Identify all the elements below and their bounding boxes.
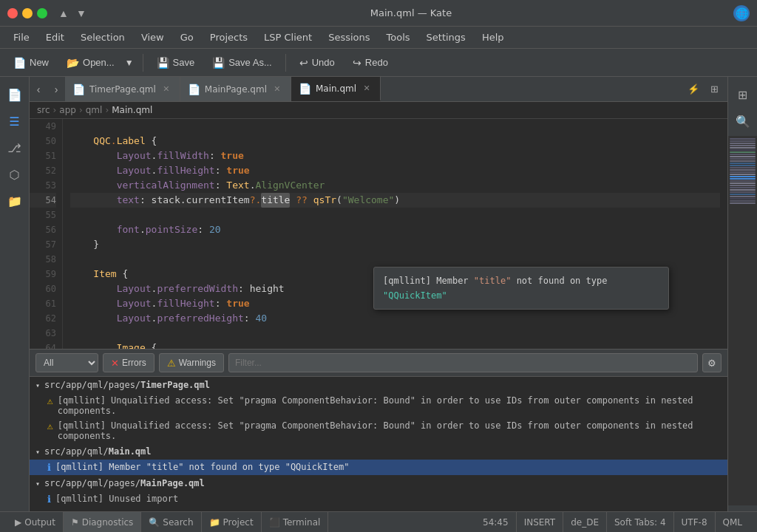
globe-icon: 🌐 bbox=[733, 5, 750, 21]
terminal-icon: ⬛ bbox=[269, 517, 280, 528]
breadcrumb-src[interactable]: src bbox=[37, 105, 50, 115]
diag-group-main[interactable]: ▾ src/app/qml/Main.qml bbox=[30, 443, 727, 460]
new-icon: 📄 bbox=[13, 57, 26, 69]
save-as-button[interactable]: 💾 Save As... bbox=[205, 54, 279, 72]
info-icon-2: ℹ bbox=[47, 494, 51, 505]
code-line-58 bbox=[70, 252, 720, 267]
save-as-icon: 💾 bbox=[212, 57, 225, 69]
right-sidebar: ⊞ 🔍 bbox=[727, 77, 757, 511]
diag-item-3[interactable]: ℹ [qmllint] Member "title" not found on … bbox=[30, 460, 727, 475]
output-tab[interactable]: ▶ Output bbox=[7, 512, 64, 532]
locale[interactable]: de_DE bbox=[563, 512, 607, 532]
tab-close-1[interactable]: ✕ bbox=[160, 83, 172, 95]
tab-timer-page[interactable]: 📄 TimerPage.qml ✕ bbox=[65, 77, 180, 101]
split-view-btn[interactable]: ⊞ bbox=[705, 81, 723, 98]
win-down-btn[interactable]: ▼ bbox=[74, 6, 89, 21]
diag-settings-button[interactable]: ⚙ bbox=[702, 353, 722, 372]
tab-bar: ‹ › 📄 TimerPage.qml ✕ 📄 MainPage.qml ✕ 📄… bbox=[30, 77, 727, 102]
diag-group-path-2: src/app/qml/Main.qml bbox=[44, 446, 152, 457]
filter-input[interactable] bbox=[228, 353, 698, 372]
menu-projects[interactable]: Projects bbox=[203, 30, 255, 45]
output-icon: ▶ bbox=[15, 517, 21, 528]
window-title: Main.qml — Kate bbox=[96, 7, 726, 18]
indent-settings[interactable]: Soft Tabs: 4 bbox=[607, 512, 674, 532]
sidebar-icon-file[interactable]: 📄 bbox=[3, 83, 27, 106]
undo-button[interactable]: ↩ Undo bbox=[292, 54, 342, 72]
search-tab[interactable]: 🔍 Search bbox=[141, 512, 201, 532]
warning-icon-1: ⚠ bbox=[47, 395, 53, 406]
errors-button[interactable]: ✕ Errors bbox=[103, 353, 155, 372]
menu-file[interactable]: File bbox=[6, 30, 37, 45]
sidebar-icon-plugin[interactable]: ⬡ bbox=[3, 163, 27, 186]
code-line-53: verticalAlignment: Text.AlignVCenter bbox=[70, 178, 720, 193]
right-sidebar-icon-1[interactable]: ⊞ bbox=[731, 83, 755, 106]
breadcrumb-app[interactable]: app bbox=[59, 105, 76, 115]
traffic-lights bbox=[7, 8, 47, 18]
right-sidebar-icon-2[interactable]: 🔍 bbox=[731, 109, 755, 133]
language-mode[interactable]: QML bbox=[716, 512, 750, 532]
save-button[interactable]: 💾 Save bbox=[149, 54, 203, 72]
menu-tools[interactable]: Tools bbox=[379, 30, 418, 45]
redo-button[interactable]: ↪ Redo bbox=[345, 54, 396, 72]
terminal-tab[interactable]: ⬛ Terminal bbox=[262, 512, 329, 532]
menu-sessions[interactable]: Sessions bbox=[321, 30, 377, 45]
sidebar-icon-list[interactable]: ☰ bbox=[3, 109, 27, 133]
quick-open-btn[interactable]: ⚡ bbox=[685, 81, 702, 98]
menu-selection[interactable]: Selection bbox=[73, 30, 132, 45]
diag-group-mainpage[interactable]: ▾ src/app/qml/pages/MainPage.qml bbox=[30, 475, 727, 491]
undo-icon: ↩ bbox=[299, 57, 308, 69]
left-sidebar: 📄 ☰ ⎇ ⬡ 📁 bbox=[0, 77, 30, 511]
menu-lsp[interactable]: LSP Client bbox=[257, 30, 319, 45]
code-area[interactable]: QQC.Label { Layout.fillWidth: true Layou… bbox=[63, 119, 727, 349]
breadcrumb-qml[interactable]: qml bbox=[86, 105, 103, 115]
diagnostics-tab[interactable]: ⚑ Diagnostics bbox=[64, 512, 141, 532]
tab-nav-right[interactable]: › bbox=[47, 77, 65, 101]
menu-view[interactable]: View bbox=[134, 30, 172, 45]
minimize-button[interactable] bbox=[22, 8, 33, 18]
separator-2 bbox=[285, 54, 286, 72]
editor[interactable]: 49 50 51 52 53 54 55 56 57 58 59 60 61 6… bbox=[30, 119, 727, 349]
separator-1 bbox=[143, 54, 143, 72]
code-line-55 bbox=[70, 208, 720, 222]
filter-select[interactable]: All Errors Warnings bbox=[35, 353, 98, 372]
maximize-button[interactable] bbox=[37, 8, 47, 18]
tab-nav-left[interactable]: ‹ bbox=[30, 77, 47, 101]
tab-close-2[interactable]: ✕ bbox=[271, 83, 283, 95]
menu-edit[interactable]: Edit bbox=[38, 30, 72, 45]
cursor-position[interactable]: 54:45 bbox=[475, 512, 517, 532]
diagnostic-list: ▾ src/app/qml/pages/TimerPage.qml ⚠ [qml… bbox=[30, 377, 727, 511]
sidebar-icon-git[interactable]: ⎇ bbox=[3, 136, 27, 160]
tab-file-icon-3: 📄 bbox=[299, 83, 311, 95]
sidebar-icon-folder[interactable]: 📁 bbox=[3, 189, 27, 213]
code-line-50: QQC.Label { bbox=[70, 134, 720, 149]
warnings-button[interactable]: ⚠ Warnings bbox=[159, 353, 224, 372]
project-tab[interactable]: 📁 Project bbox=[202, 512, 262, 532]
diag-group-path-1: src/app/qml/pages/TimerPage.qml bbox=[44, 380, 210, 390]
menu-go[interactable]: Go bbox=[173, 30, 201, 45]
edit-mode[interactable]: INSERT bbox=[517, 512, 564, 532]
open-button-group: 📂 Open... ▼ bbox=[59, 54, 137, 72]
new-button[interactable]: 📄 New bbox=[6, 54, 56, 72]
tab-main-qml[interactable]: 📄 Main.qml ✕ bbox=[291, 77, 381, 101]
search-icon: 🔍 bbox=[149, 517, 160, 528]
line-numbers: 49 50 51 52 53 54 55 56 57 58 59 60 61 6… bbox=[30, 119, 63, 349]
toolbar: 📄 New 📂 Open... ▼ 💾 Save 💾 Save As... ↩ … bbox=[0, 49, 757, 77]
win-up-btn[interactable]: ▲ bbox=[56, 6, 71, 21]
open-icon: 📂 bbox=[67, 57, 79, 69]
chevron-down-icon: ▾ bbox=[35, 381, 40, 389]
code-line-52: Layout.fillHeight: true bbox=[70, 163, 720, 178]
tab-close-3[interactable]: ✕ bbox=[361, 83, 373, 95]
content-area: ‹ › 📄 TimerPage.qml ✕ 📄 MainPage.qml ✕ 📄… bbox=[30, 77, 727, 511]
encoding[interactable]: UTF-8 bbox=[674, 512, 716, 532]
diag-group-timerpage[interactable]: ▾ src/app/qml/pages/TimerPage.qml bbox=[30, 377, 727, 393]
open-dropdown-button[interactable]: ▼ bbox=[122, 55, 137, 71]
breadcrumb-file[interactable]: Main.qml bbox=[112, 105, 152, 115]
menu-help[interactable]: Help bbox=[475, 30, 512, 45]
tab-main-page[interactable]: 📄 MainPage.qml ✕ bbox=[180, 77, 291, 101]
code-line-49 bbox=[70, 119, 720, 134]
menu-settings[interactable]: Settings bbox=[419, 30, 473, 45]
tab-file-icon-2: 📄 bbox=[188, 83, 200, 95]
code-line-56: font.pointSize: 20 bbox=[70, 222, 720, 237]
close-button[interactable] bbox=[7, 8, 18, 18]
open-button[interactable]: 📂 Open... bbox=[59, 54, 122, 72]
